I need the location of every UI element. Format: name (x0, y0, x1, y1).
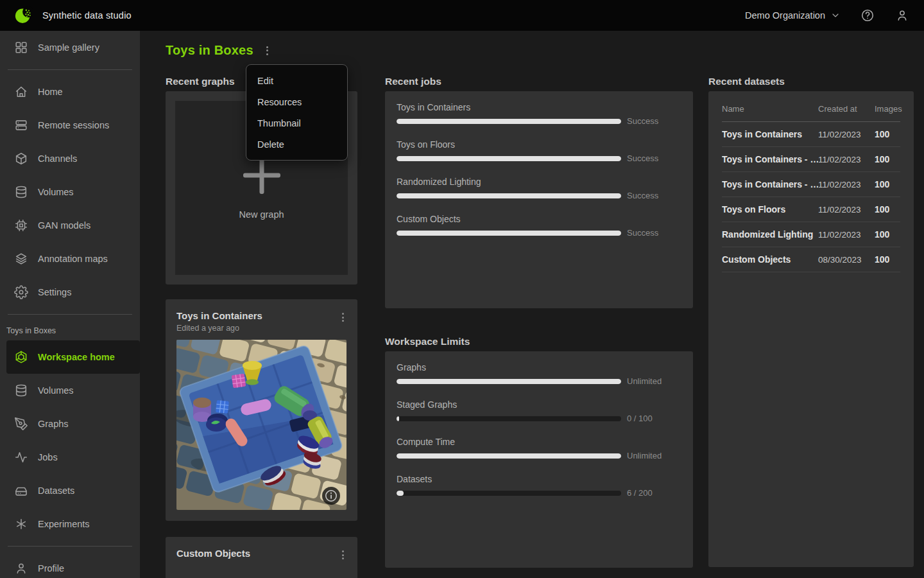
sidebar-item-experiments[interactable]: Experiments (0, 507, 140, 541)
limit-row: Datasets 6 / 200 (397, 474, 681, 498)
job-status: Success (627, 228, 658, 238)
dataset-name: Randomized Lighting (722, 229, 818, 240)
sidebar-item-channels[interactable]: Channels (0, 142, 140, 175)
plus-icon (243, 157, 280, 194)
sidebar-item-jobs[interactable]: Jobs (0, 441, 140, 474)
dataset-row[interactable]: Randomized Lighting 11/02/2023 100 (722, 222, 900, 247)
workspace-limits-panel: Graphs Unlimited Staged Graphs 0 / 100 C… (385, 351, 693, 568)
sidebar-item-label: Settings (38, 287, 71, 297)
graph-card-title: Custom Objects (176, 548, 339, 559)
dataset-row[interactable]: Toys in Containers - … 11/02/2023 100 (722, 172, 900, 197)
cube-icon (14, 152, 28, 166)
sidebar: Sample gallery Home Remote sessions Chan… (0, 31, 140, 578)
sidebar-item-workspace-home[interactable]: Workspace home (6, 340, 140, 374)
limit-name: Graphs (397, 362, 681, 372)
column-header-created-at: Created at (818, 104, 875, 114)
sidebar-item-label: Experiments (38, 519, 90, 529)
gear-icon (14, 285, 28, 299)
dataset-created-at: 11/02/2023 (818, 155, 875, 164)
app-logo-icon (14, 6, 33, 25)
sidebar-item-label: Annotation maps (38, 254, 108, 264)
context-menu-item-edit[interactable]: Edit (246, 70, 347, 91)
dataset-images: 100 (875, 254, 900, 265)
job-row[interactable]: Toys on Floors Success (397, 139, 681, 163)
help-icon (860, 8, 875, 22)
graph-card-toys-in-containers[interactable]: Toys in Containers Edited a year ago (166, 299, 357, 521)
dataset-images: 100 (875, 204, 900, 215)
dataset-name: Toys in Containers - … (722, 154, 818, 164)
limit-name: Staged Graphs (397, 399, 681, 410)
sidebar-item-gan-models[interactable]: GAN models (0, 209, 140, 242)
dataset-created-at: 11/02/2023 (818, 130, 875, 139)
account-button[interactable] (894, 8, 910, 23)
dataset-name: Custom Objects (722, 254, 818, 265)
help-button[interactable] (860, 8, 875, 23)
datasets-table-header: Name Created at Images (722, 104, 900, 122)
server-icon (14, 118, 28, 132)
graph-card-subtitle: Edited a year ago (176, 324, 262, 333)
sidebar-divider (8, 546, 132, 547)
dataset-images: 100 (875, 154, 900, 164)
sidebar-item-home[interactable]: Home (0, 75, 140, 109)
drive-icon (14, 484, 28, 498)
limit-row: Graphs Unlimited (397, 362, 681, 386)
recent-datasets-heading: Recent datasets (708, 76, 914, 86)
chip-icon (14, 218, 28, 232)
sidebar-item-label: Graphs (38, 419, 69, 429)
job-row[interactable]: Toys in Containers Success (397, 102, 681, 126)
sidebar-item-annotation-maps[interactable]: Annotation maps (0, 242, 140, 276)
sidebar-item-sample-gallery[interactable]: Sample gallery (0, 31, 140, 64)
limit-value: 6 / 200 (627, 488, 653, 498)
graph-card-kebab-menu[interactable] (339, 310, 346, 324)
user-icon (14, 561, 28, 575)
sidebar-item-graphs[interactable]: Graphs (0, 407, 140, 441)
sidebar-item-label: Jobs (38, 452, 58, 462)
grid-icon (14, 40, 28, 55)
job-name: Toys on Floors (397, 139, 681, 150)
new-graph-label: New graph (239, 209, 284, 220)
dataset-row[interactable]: Toys in Containers 11/02/2023 100 (722, 122, 900, 147)
sidebar-item-label: Volumes (38, 385, 74, 396)
graph-card-custom-objects[interactable]: Custom Objects (166, 537, 357, 578)
context-menu-item-thumbnail[interactable]: Thumbnail (246, 112, 347, 134)
dataset-created-at: 11/02/2023 (818, 205, 875, 215)
job-row[interactable]: Randomized Lighting Success (397, 177, 681, 200)
dataset-row[interactable]: Toys on Floors 11/02/2023 100 (722, 197, 900, 222)
limit-name: Datasets (397, 474, 681, 484)
dataset-images: 100 (875, 129, 900, 139)
sidebar-item-remote-sessions[interactable]: Remote sessions (0, 109, 140, 142)
page-title-kebab-menu[interactable] (264, 44, 271, 58)
sidebar-item-label: Channels (38, 153, 77, 164)
org-selector[interactable]: Demo Organization (745, 10, 841, 21)
top-bar: Synthetic data studio Demo Organization (0, 0, 924, 31)
sidebar-item-label: Sample gallery (38, 42, 99, 53)
dataset-name: Toys on Floors (722, 204, 818, 215)
layers-icon (14, 252, 28, 266)
job-progress-bar (397, 193, 621, 198)
page-title: Toys in Boxes (166, 43, 253, 58)
sidebar-item-ws-volumes[interactable]: Volumes (0, 374, 140, 407)
jobs-column: Recent jobs Toys in Containers Success T… (385, 76, 693, 568)
dataset-name: Toys in Containers (722, 129, 818, 139)
dataset-row[interactable]: Custom Objects 08/30/2023 100 (722, 247, 900, 272)
column-header-images: Images (875, 104, 902, 114)
chevron-down-icon (830, 10, 841, 21)
job-progress-bar (397, 156, 621, 161)
dataset-name: Toys in Containers - … (722, 179, 818, 189)
database-icon (14, 185, 28, 199)
context-menu-item-resources[interactable]: Resources (246, 91, 347, 112)
sidebar-item-datasets[interactable]: Datasets (0, 474, 140, 507)
home-icon (14, 85, 28, 99)
recent-datasets-panel: Name Created at Images Toys in Container… (708, 91, 914, 567)
dataset-row[interactable]: Toys in Containers - … 11/02/2023 100 (722, 147, 900, 172)
sidebar-item-label: Home (38, 87, 63, 97)
limit-progress-bar (397, 491, 621, 496)
graph-card-kebab-menu[interactable] (339, 548, 346, 562)
context-menu-item-delete[interactable]: Delete (246, 134, 347, 155)
job-row[interactable]: Custom Objects Success (397, 214, 681, 238)
sidebar-item-profile[interactable]: Profile (0, 552, 140, 578)
graph-thumbnail (176, 340, 346, 510)
sidebar-item-volumes[interactable]: Volumes (0, 175, 140, 209)
sidebar-item-settings[interactable]: Settings (0, 276, 140, 309)
sidebar-item-label: Datasets (38, 486, 74, 496)
